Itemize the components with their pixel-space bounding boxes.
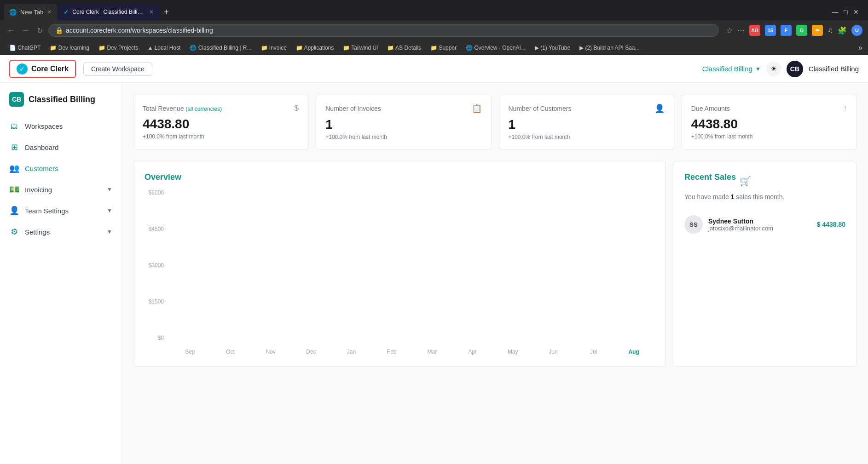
sidebar-item-dashboard[interactable]: ⊞ Dashboard xyxy=(0,137,122,158)
settings-chevron-icon: ▼ xyxy=(107,229,112,235)
x-label-may: May xyxy=(492,349,533,355)
settings-icon: ⚙ xyxy=(9,227,19,237)
invoices-value: 1 xyxy=(325,117,481,132)
bookmark-youtube1[interactable]: ▶ (1) YouTube xyxy=(531,44,574,52)
sidebar-item-dashboard-label: Dashboard xyxy=(25,143,58,151)
sale-info-0: Sydnee Sutton jatocixo@mailinator.com xyxy=(708,218,811,232)
star-icon[interactable]: ☆ xyxy=(726,26,733,35)
total-revenue-value: 4438.80 xyxy=(143,117,299,132)
bookmark-dev-projects[interactable]: 📁 Dev Projects xyxy=(95,44,142,52)
customers-icon: 👥 xyxy=(9,163,19,173)
sidebar-item-workspaces[interactable]: 🗂 Workspaces xyxy=(0,116,122,137)
minimize-button[interactable]: — xyxy=(832,8,839,16)
x-label-aug: Aug xyxy=(613,349,654,355)
customers-value: 1 xyxy=(509,117,665,132)
sidebar-item-team-settings[interactable]: 👤 Team Settings ▼ xyxy=(0,200,122,221)
bookmark-openai[interactable]: 🌐 Overview - OpenAI... xyxy=(462,44,529,52)
due-amounts-change: +100.0% from last month xyxy=(691,133,847,140)
sidebar: CB Classified Billing 🗂 Workspaces ⊞ Das… xyxy=(0,83,122,464)
core-clerk-label: Core Clerk xyxy=(31,65,69,73)
tab-label: Core Clerk | Classified Billing D xyxy=(72,9,145,15)
recent-sales-subtitle: You have made 1 sales this month. xyxy=(684,193,845,200)
bookmark-youtube2[interactable]: ▶ (2) Build an API Saa... xyxy=(576,44,643,52)
sidebar-item-team-settings-label: Team Settings xyxy=(25,207,69,215)
overview-title: Overview xyxy=(145,172,654,182)
tab-new-tab[interactable]: 🌐 New Tab ✕ xyxy=(4,4,57,20)
workspace-name-label: Classified Billing xyxy=(809,65,859,73)
puzzle-icon[interactable]: 🧩 xyxy=(838,26,847,35)
sidebar-item-customers[interactable]: 👥 Customers xyxy=(0,158,122,179)
more-bookmarks[interactable]: » xyxy=(858,44,862,52)
total-revenue-sub: (all currencies) xyxy=(185,106,222,112)
bookmark-support[interactable]: 📁 Suppor xyxy=(427,44,460,52)
cart-icon: 🛒 xyxy=(740,176,751,187)
revenue-icon: $ xyxy=(294,103,299,113)
invoicing-icon: 💵 xyxy=(9,184,19,195)
ext-ab-icon[interactable]: AB xyxy=(749,25,760,36)
sidebar-brand-name: Classified Billing xyxy=(29,95,95,104)
extensions-icon[interactable]: ⋯ xyxy=(737,26,745,35)
invoices-change: +100.0% from last month xyxy=(325,134,481,140)
theme-toggle-button[interactable]: ☀ xyxy=(766,62,781,76)
bookmark-dev-learning[interactable]: 📁 Dev learning xyxy=(46,44,93,52)
tab-label: New Tab xyxy=(20,9,43,16)
sale-item-0: SS Sydnee Sutton jatocixo@mailinator.com… xyxy=(684,210,845,239)
x-label-jun: Jun xyxy=(533,349,573,355)
user-avatar-browser[interactable]: U xyxy=(851,25,862,36)
create-workspace-button[interactable]: Create Workspace xyxy=(83,62,152,76)
forward-button[interactable]: → xyxy=(20,24,31,36)
bookmark-chatgpt[interactable]: 📄 ChatGPT xyxy=(6,44,44,52)
y-label-3000: $3000 xyxy=(145,262,164,269)
x-label-apr: Apr xyxy=(452,349,493,355)
recent-sales-header: Recent Sales 🛒 xyxy=(684,172,845,189)
bookmark-applications[interactable]: 📁 Applications xyxy=(292,44,337,52)
header-right: Classified Billing ▼ ☀ CB Classified Bil… xyxy=(702,61,859,77)
new-tab-button[interactable]: + xyxy=(160,6,173,19)
core-clerk-icon: ✓ xyxy=(17,63,28,74)
tab-favicon: 🌐 xyxy=(9,9,17,16)
core-clerk-button[interactable]: ✓ Core Clerk xyxy=(9,60,76,78)
refresh-button[interactable]: ↻ xyxy=(35,24,45,37)
address-bar[interactable]: 🔒 account.coreclerk.com/workspaces/class… xyxy=(48,24,719,37)
bookmark-invoice[interactable]: 📁 Invoice xyxy=(257,44,290,52)
tab-coreclerk[interactable]: ✓ Core Clerk | Classified Billing D ✕ xyxy=(58,4,159,20)
workspace-selector[interactable]: Classified Billing ▼ xyxy=(702,65,761,73)
user-avatar[interactable]: CB xyxy=(787,61,803,77)
due-amounts-value: 4438.80 xyxy=(691,117,847,132)
bookmark-localhost[interactable]: ▲ Local Host xyxy=(144,44,184,52)
ext-pen-icon[interactable]: ✏ xyxy=(812,25,823,36)
ext-g-icon[interactable]: G xyxy=(796,25,807,36)
recent-sales-title: Recent Sales xyxy=(684,172,736,182)
maximize-button[interactable]: □ xyxy=(844,8,848,16)
sale-email-0: jatocixo@mailinator.com xyxy=(708,225,811,232)
tab-close-active-btn[interactable]: ✕ xyxy=(149,9,154,15)
music-icon[interactable]: ♫ xyxy=(827,26,833,34)
back-button[interactable]: ← xyxy=(6,24,17,36)
chart-bars xyxy=(170,189,654,341)
y-label-4500: $4500 xyxy=(145,226,164,232)
close-button[interactable]: ✕ xyxy=(853,8,859,16)
lock-icon: 🔒 xyxy=(55,27,63,34)
x-label-mar: Mar xyxy=(412,349,452,355)
workspace-selector-label: Classified Billing xyxy=(702,65,752,73)
tab-close-btn[interactable]: ✕ xyxy=(47,9,52,15)
x-label-sep: Sep xyxy=(170,349,210,355)
bookmark-tailwind[interactable]: 📁 Tailwind UI xyxy=(339,44,382,52)
main-content: Total Revenue (all currencies) $ 4438.80… xyxy=(122,83,868,464)
ext-f-icon[interactable]: F xyxy=(781,25,792,36)
stats-grid: Total Revenue (all currencies) $ 4438.80… xyxy=(133,94,857,150)
x-label-nov: Nov xyxy=(250,349,291,355)
sidebar-item-invoicing[interactable]: 💵 Invoicing ▼ xyxy=(0,179,122,200)
sidebar-item-settings[interactable]: ⚙ Settings ▼ xyxy=(0,221,122,242)
tab-favicon: ✓ xyxy=(64,9,69,16)
x-label-oct: Oct xyxy=(210,349,251,355)
y-label-6000: $6000 xyxy=(145,189,164,196)
dashboard-icon: ⊞ xyxy=(9,142,19,152)
ext-15-icon[interactable]: 15 xyxy=(765,25,776,36)
sidebar-logo-icon: CB xyxy=(9,92,24,107)
sidebar-item-workspaces-label: Workspaces xyxy=(25,122,63,130)
team-settings-chevron-icon: ▼ xyxy=(107,207,112,214)
total-revenue-label: Total Revenue xyxy=(143,105,184,112)
bookmark-as-details[interactable]: 📁 AS Details xyxy=(383,44,425,52)
bookmark-classified-billing[interactable]: 🌐 Classified Billing | R... xyxy=(186,44,255,52)
